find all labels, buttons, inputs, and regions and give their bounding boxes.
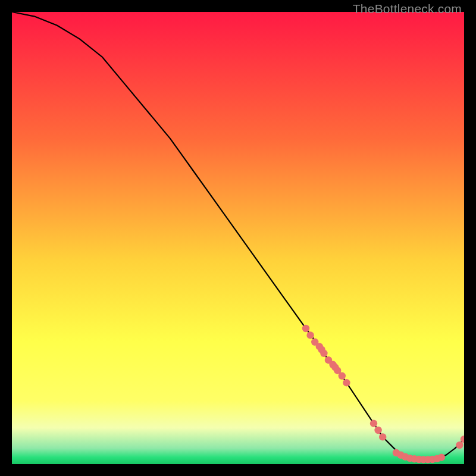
dot (370, 419, 377, 427)
dot (374, 427, 381, 434)
dot (339, 372, 346, 380)
dot (343, 379, 350, 386)
dot (456, 441, 463, 449)
plot-area (12, 12, 464, 464)
bottleneck-curve (12, 12, 464, 464)
dot (379, 433, 386, 440)
dot (302, 325, 309, 332)
dot (320, 350, 327, 357)
curve-line (12, 12, 464, 459)
dot (306, 331, 314, 339)
dot (438, 453, 445, 461)
highlight-dots (302, 325, 464, 464)
watermark-text: TheBottleneck.com (353, 2, 462, 16)
